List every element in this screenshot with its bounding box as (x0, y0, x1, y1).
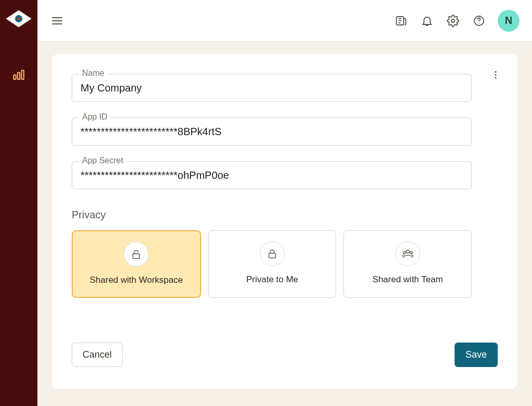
name-input[interactable]: My Company (72, 74, 472, 102)
help-button[interactable] (472, 14, 486, 28)
unlock-icon (130, 248, 142, 260)
svg-point-22 (403, 252, 405, 254)
group-icon (402, 247, 414, 260)
top-bar-actions: N (394, 10, 520, 32)
svg-point-16 (495, 71, 497, 73)
app-secret-value: ************************ohPmP0oe (81, 169, 229, 181)
settings-button[interactable] (446, 14, 460, 28)
svg-point-17 (495, 74, 497, 76)
more-vertical-icon (490, 70, 501, 80)
svg-point-23 (410, 252, 412, 254)
app-id-value: ************************8BPk4rtS (81, 126, 221, 138)
svg-rect-3 (14, 75, 16, 80)
privacy-option-workspace[interactable]: Shared with Workspace (72, 230, 201, 298)
name-label: Name (79, 69, 108, 78)
top-bar: N (37, 0, 532, 42)
privacy-option-team-iconwrap (395, 241, 420, 266)
bell-icon (421, 15, 433, 27)
privacy-option-private[interactable]: Private to Me (208, 230, 337, 298)
menu-toggle-button[interactable] (50, 14, 64, 28)
save-button-label: Save (466, 349, 487, 360)
app-secret-label: App Secret (79, 156, 126, 165)
app-secret-field: App Secret ************************ohPmP… (72, 161, 472, 189)
privacy-option-private-iconwrap (260, 241, 285, 266)
gear-icon (447, 15, 459, 27)
svg-point-15 (478, 23, 480, 24)
svg-point-13 (451, 19, 455, 22)
page-body: Name My Company App ID *****************… (37, 42, 532, 406)
save-button[interactable]: Save (455, 343, 498, 367)
notifications-button[interactable] (420, 14, 434, 28)
lock-icon (267, 248, 278, 259)
card-more-button[interactable] (489, 69, 502, 81)
svg-rect-5 (21, 70, 23, 79)
privacy-option-private-label: Private to Me (246, 274, 298, 285)
name-value: My Company (81, 82, 142, 94)
svg-rect-19 (133, 254, 140, 258)
svg-rect-4 (18, 73, 20, 80)
avatar-initial: N (505, 15, 512, 27)
cancel-button-label: Cancel (83, 349, 112, 360)
news-button[interactable] (394, 14, 408, 28)
svg-rect-20 (269, 253, 276, 258)
bar-chart-icon (12, 68, 25, 82)
eye-logo-icon (5, 9, 32, 28)
privacy-option-workspace-label: Shared with Workspace (90, 275, 183, 285)
privacy-option-team[interactable]: Shared with Team (343, 230, 472, 298)
cancel-button[interactable]: Cancel (72, 343, 123, 367)
app-secret-input[interactable]: ************************ohPmP0oe (72, 161, 472, 189)
privacy-heading: Privacy (72, 209, 498, 221)
privacy-option-team-label: Shared with Team (373, 274, 443, 285)
brand-logo[interactable] (5, 9, 32, 28)
settings-card: Name My Company App ID *****************… (52, 54, 517, 389)
svg-point-18 (495, 77, 497, 78)
privacy-options: Shared with Workspace Private to Me (72, 230, 472, 298)
newspaper-icon (395, 15, 407, 27)
help-icon (473, 15, 485, 27)
svg-point-2 (17, 17, 20, 20)
app-id-label: App ID (79, 112, 111, 122)
main-column: N Name My Company App ID (37, 0, 532, 406)
hamburger-icon (51, 15, 63, 27)
user-avatar[interactable]: N (498, 10, 520, 32)
name-field: Name My Company (72, 74, 472, 102)
app-id-input[interactable]: ************************8BPk4rtS (72, 117, 472, 146)
sidebar-item-analytics[interactable] (8, 64, 29, 85)
side-rail (0, 0, 37, 406)
app-id-field: App ID ************************8BPk4rtS (72, 117, 472, 146)
svg-point-21 (406, 250, 409, 253)
privacy-option-workspace-iconwrap (124, 242, 149, 267)
